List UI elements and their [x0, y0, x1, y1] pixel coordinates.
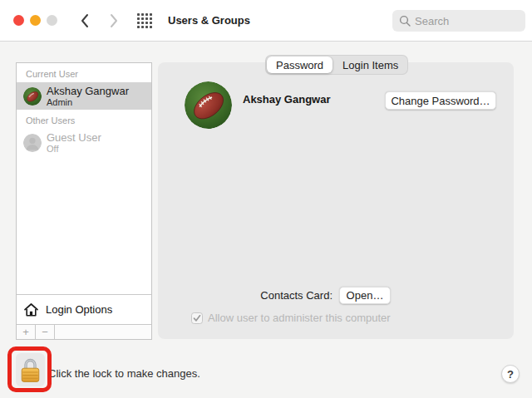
login-options-button[interactable]: Login Options	[17, 294, 151, 324]
lock-button[interactable]	[16, 353, 45, 386]
checkmark-icon	[193, 314, 201, 322]
show-all-preferences-button[interactable]	[136, 13, 153, 28]
minimize-button[interactable]	[30, 15, 41, 26]
admin-checkbox[interactable]	[191, 312, 203, 324]
user-list-sidebar: Current User Akshay Gangwar Admin Other …	[16, 62, 152, 340]
contacts-card-label: Contacts Card:	[260, 289, 332, 302]
lock-message: Click the lock to make changes.	[48, 367, 200, 380]
sidebar-user-role: Admin	[47, 97, 129, 107]
user-full-name: Akshay Gangwar	[243, 93, 331, 106]
user-picture[interactable]	[185, 81, 232, 129]
open-contacts-card-button[interactable]: Open…	[339, 287, 391, 304]
traffic-lights	[13, 15, 57, 26]
grid-icon	[137, 13, 152, 28]
sidebar-user-name: Guest User	[47, 131, 101, 144]
sidebar-user-status: Off	[47, 144, 101, 154]
lock-icon	[20, 356, 41, 383]
admin-checkbox-row: Allow user to administer this computer	[191, 312, 391, 324]
football-avatar-icon	[23, 87, 42, 106]
login-options-label: Login Options	[46, 303, 112, 316]
add-user-button[interactable]: +	[17, 325, 36, 339]
admin-checkbox-label: Allow user to administer this computer	[208, 312, 391, 324]
change-password-button[interactable]: Change Password…	[385, 91, 496, 110]
toolbar: Users & Groups	[0, 0, 532, 42]
sidebar-item-current-user[interactable]: Akshay Gangwar Admin	[17, 82, 151, 110]
help-button[interactable]: ?	[501, 365, 520, 383]
tab-login-items[interactable]: Login Items	[333, 56, 407, 74]
search-input[interactable]	[392, 10, 525, 32]
sidebar-item-guest-user[interactable]: Guest User Off	[17, 129, 151, 156]
remove-user-button[interactable]: −	[36, 325, 55, 339]
other-users-header: Other Users	[17, 110, 151, 129]
guest-avatar-icon	[23, 134, 42, 152]
chevron-right-icon	[109, 13, 119, 28]
add-remove-bar: + −	[17, 324, 151, 339]
sidebar-spacer	[17, 156, 151, 294]
tab-bar: Password Login Items	[265, 55, 408, 75]
forward-button[interactable]	[106, 12, 121, 30]
sidebar-user-name: Akshay Gangwar	[47, 85, 129, 97]
search-field	[392, 10, 525, 32]
password-pane: Akshay Gangwar Change Password… Contacts…	[158, 62, 514, 339]
chevron-left-icon	[80, 13, 90, 28]
back-button[interactable]	[77, 12, 92, 30]
home-icon	[23, 302, 39, 317]
window-title: Users & Groups	[168, 14, 250, 27]
current-user-header: Current User	[17, 63, 151, 82]
close-button[interactable]	[13, 15, 24, 26]
tab-password[interactable]: Password	[267, 57, 332, 73]
zoom-button[interactable]	[47, 15, 57, 26]
